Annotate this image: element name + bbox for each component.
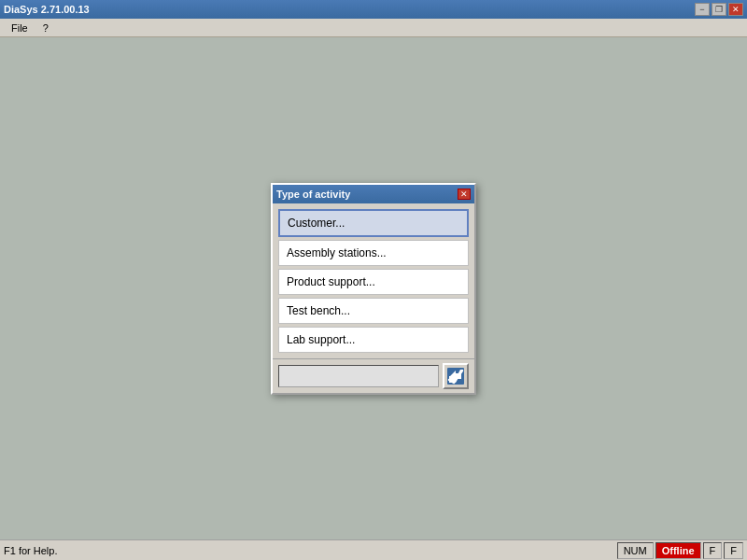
ok-button[interactable] <box>443 363 469 389</box>
dialog-title-bar: Type of activity ✕ <box>273 185 474 203</box>
restore-button[interactable]: ❐ <box>712 3 726 16</box>
type-of-activity-dialog: Type of activity ✕ Customer... Assembly … <box>271 183 476 395</box>
f-indicator-1: F <box>703 542 723 559</box>
menu-help[interactable]: ? <box>35 21 56 35</box>
ok-icon <box>446 367 465 385</box>
list-item-testbench[interactable]: Test bench... <box>278 298 469 324</box>
dialog-close-button[interactable]: ✕ <box>458 189 471 200</box>
dialog-body: Customer... Assembly stations... Product… <box>273 203 474 358</box>
title-bar-controls: − ❐ ✕ <box>695 3 743 16</box>
status-bar: F1 for Help. NUM Offline F F <box>0 539 747 560</box>
list-item-customer[interactable]: Customer... <box>278 209 469 237</box>
list-item-assembly[interactable]: Assembly stations... <box>278 240 469 266</box>
menu-file[interactable]: File <box>4 21 35 35</box>
dialog-title: Type of activity <box>276 189 350 200</box>
status-indicators: NUM Offline F F <box>617 542 743 559</box>
app-title: DiaSys 2.71.00.13 <box>4 4 90 15</box>
footer-input-area <box>278 365 439 387</box>
app-title-bar: DiaSys 2.71.00.13 − ❐ ✕ <box>0 0 747 19</box>
num-indicator: NUM <box>617 542 654 559</box>
dialog-footer <box>273 358 474 393</box>
f-indicator-2: F <box>724 542 743 559</box>
list-item-labsupport[interactable]: Lab support... <box>278 327 469 353</box>
help-text: F1 for Help. <box>4 545 617 556</box>
list-item-product[interactable]: Product support... <box>278 269 469 295</box>
app-close-button[interactable]: ✕ <box>728 3 743 16</box>
menu-bar: File ? <box>0 19 747 37</box>
main-area: SD Type of activity ✕ Customer... Assemb… <box>0 37 747 539</box>
offline-indicator: Offline <box>655 542 701 559</box>
minimize-button[interactable]: − <box>695 3 710 16</box>
